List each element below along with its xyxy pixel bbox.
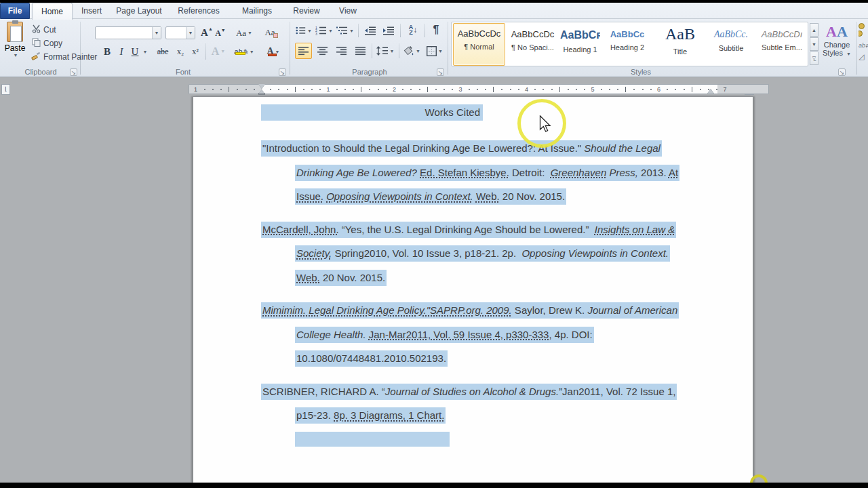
styles-gallery: AaBbCcDc¶ NormalAaBbCcDc¶ No Spaci...AaB… [451,22,808,66]
style-normal[interactable]: AaBbCcDc¶ Normal [453,23,505,66]
font-size-dropdown-arrow[interactable]: ▼ [186,27,195,39]
subscript-button[interactable]: x₂ [174,43,187,60]
styles-dialog-launcher[interactable]: ↘ [838,68,846,76]
style-h1[interactable]: AaBbCʀHeading 1 [560,24,600,64]
superscript-button[interactable]: x² [189,43,202,60]
justify-button[interactable] [352,43,369,59]
format-painter-icon [30,52,42,62]
align-center-button[interactable] [314,43,331,59]
ruler-number: 4 [525,86,528,93]
citation-3: Mimimim. Legal Drinking Age Policy."SAPR… [261,300,695,372]
shrink-font-button[interactable]: A▼ [214,26,226,40]
citation-line[interactable]: Web. 20 Nov. 2015. [261,267,695,291]
line-spacing-button[interactable]: ▼ [375,43,395,59]
style-h2[interactable]: AaBbCcHeading 2 [601,24,653,64]
ribbon-tab-view[interactable]: View [330,3,366,19]
citation-line[interactable]: p15-23. 8p. 3 Diagrams, 1 Chart. [261,405,695,429]
font-group-label: Font [156,68,210,77]
style-subtleem[interactable]: AaBbCcDıSubtle Em... [756,24,808,64]
small-separator [399,43,399,58]
font-dialog-launcher[interactable]: ↘ [279,68,286,76]
line-spacing-icon [376,46,389,56]
ribbon-tab-insert[interactable]: Insert [75,3,108,19]
show-hide-paragraph-button[interactable]: ¶ [429,22,443,37]
borders-button[interactable]: ▼ [425,43,445,59]
selection-highlight: 10.1080/07448481.2010.502193. [295,350,448,367]
citation-line[interactable]: Issue. Opposing Viewpoints in Context. W… [261,186,695,210]
text-effects-button[interactable]: A▼ [210,43,226,60]
align-right-button[interactable] [333,43,350,59]
font-name-input[interactable] [96,28,151,38]
font-size-input[interactable] [167,28,185,38]
shading-button[interactable]: ▼ [401,43,422,59]
svg-text:3: 3 [315,32,317,36]
ruler-number: 1 [327,86,330,93]
right-indent-marker[interactable] [707,89,714,94]
font-size-combo[interactable]: ▼ [165,26,195,39]
shading-icon [403,46,414,56]
multilevel-list-button[interactable]: ▼ [336,24,355,37]
copy-button[interactable]: Copy [30,37,104,49]
align-left-button[interactable] [295,43,312,59]
format-painter-button[interactable]: Format Painter [30,51,104,63]
change-styles-button[interactable]: AA Change Styles ▼ [818,23,856,66]
citation-line[interactable]: 10.1080/07448481.2010.502193. [261,348,695,372]
style-title[interactable]: AaBTitle [654,24,706,64]
styles-group-label: Styles [610,68,671,77]
cut-button[interactable]: Cut [30,24,104,36]
font-name-combo[interactable]: ▼ [95,26,161,39]
change-case-button[interactable]: Aa▼ [233,26,255,40]
bold-button[interactable]: B [101,43,113,60]
ribbon-tab-page-layout[interactable]: Page Layout [111,3,167,19]
ribbon-tab-row: FileHomeInsertPage LayoutReferencesMaili… [0,3,868,19]
strikethrough-button[interactable]: abe [153,43,172,60]
underline-dropdown-arrow[interactable]: ▼ [142,45,149,58]
ribbon-tab-review[interactable]: Review [285,3,328,19]
style-subtitle[interactable]: AaBbCc.Subtitle [707,24,755,64]
underline-button[interactable]: U [130,43,140,60]
left-indent-marker[interactable] [258,93,265,95]
bullets-button[interactable]: ▼ [296,24,312,37]
style-label: Heading 2 [601,43,653,52]
ribbon-tab-references[interactable]: References [170,3,228,19]
paste-dropdown-arrow[interactable]: ▼ [2,53,29,58]
ribbon-tab-home[interactable]: Home [32,3,73,20]
font-name-dropdown-arrow[interactable]: ▼ [152,27,161,39]
paragraph-dialog-launcher[interactable]: ↘ [437,68,444,76]
tab-stop-selector[interactable]: ⌊ [1,84,10,95]
ribbon-tab-mailings[interactable]: Mailings [231,3,283,19]
clipboard-dialog-launcher[interactable]: ↘ [70,68,77,76]
replace-icon[interactable]: ab⇄ [859,42,868,49]
citation-line[interactable]: College Health. Jan-Mar2011, Vol. 59 Iss… [261,324,695,348]
citation-line[interactable]: Mimimim. Legal Drinking Age Policy."SAPR… [261,300,695,324]
style-nospacing[interactable]: AaBbCcDc¶ No Spaci... [507,24,559,64]
group-separator [290,22,290,75]
citation-line[interactable]: "Introduction to Should the Legal Drinki… [261,138,695,162]
citation-line[interactable]: Society, Spring2010, Vol. 10 Issue 3, p1… [261,243,695,267]
sort-button[interactable]: A Z ↓ [404,22,422,37]
select-icon[interactable]: ◿ [859,52,868,61]
italic-button[interactable]: I [116,43,127,60]
ribbon-tab-file[interactable]: File [0,3,30,19]
paste-button[interactable]: Paste ▼ [1,20,29,66]
citation-line[interactable]: McCardell, John. “Yes, the U.S. Legal Dr… [261,219,695,243]
trailing-selection-line[interactable] [261,429,695,453]
text-highlight-color-button[interactable]: ab✎ ▼ [233,43,256,60]
works-cited-title: Works Cited [425,106,480,118]
increase-indent-button[interactable] [380,24,397,37]
ruler-margin-number: 1 [194,86,197,93]
decrease-indent-button[interactable] [362,24,378,37]
citation-line[interactable]: Drinking Age Be Lowered? Ed. Stefan Kies… [261,162,695,186]
small-separator [205,43,206,60]
style-preview: AaBbCcDc [507,29,559,39]
grow-font-button[interactable]: A▲ [200,25,214,40]
first-line-indent-marker[interactable] [258,84,265,89]
citation-line[interactable]: SCRIBNER, RICHARD A. “Journal of Studies… [261,381,695,405]
works-cited-title-line[interactable]: Works Cited [261,102,695,126]
selection-highlight: Web. 20 Nov. 2015. [295,270,387,286]
clear-formatting-button[interactable]: Aa [263,25,279,40]
align-center-icon [317,46,328,56]
find-icon[interactable] [859,23,868,38]
numbering-button[interactable]: 123 ▼ [315,24,333,37]
font-color-button[interactable]: A ▼ [263,43,283,60]
